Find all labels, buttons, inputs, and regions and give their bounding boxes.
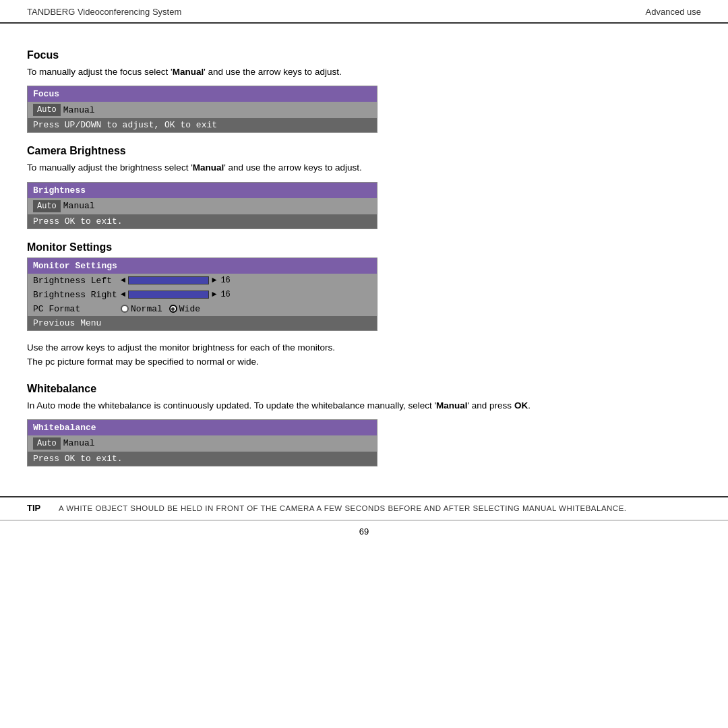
brightness-ui-title: Brightness	[28, 183, 377, 198]
main-content: Focus To manually adjust the focus selec…	[0, 24, 728, 489]
brightness-left-arrow-right[interactable]: ►	[212, 276, 216, 285]
monitor-note: Use the arrow keys to adjust the monitor…	[27, 340, 701, 369]
monitor-brightness-left-row: Brightness Left ◄ ► 16	[28, 274, 377, 288]
brightness-right-bar	[128, 291, 209, 299]
focus-ui-title: Focus	[28, 86, 377, 102]
pc-format-radio-group: Normal Wide	[121, 304, 200, 314]
page: TANDBERG Videoconferencing System Advanc…	[0, 0, 728, 728]
whitebalance-section: Whitebalance In Auto mode the whitebalan…	[27, 383, 701, 466]
tip-label: TIP	[27, 503, 51, 513]
brightness-right-label: Brightness Right	[33, 290, 121, 300]
brightness-right-arrow-left[interactable]: ◄	[121, 290, 125, 299]
whitebalance-auto-btn[interactable]: Auto	[33, 437, 61, 450]
focus-desc-pre: To manually adjust the focus select '	[27, 67, 173, 77]
wb-desc-pre: In Auto mode the whitebalance is continu…	[27, 400, 436, 411]
brightness-desc-bold: Manual	[193, 162, 224, 173]
brightness-desc-post: ' and use the arrow keys to adjust.	[224, 162, 361, 173]
brightness-heading: Camera Brightness	[27, 145, 701, 157]
brightness-right-arrow-right[interactable]: ►	[212, 290, 216, 299]
focus-auto-btn[interactable]: Auto	[33, 104, 61, 116]
radio-wide[interactable]: Wide	[169, 304, 200, 314]
focus-ui-row1: Auto Manual	[28, 102, 377, 118]
monitor-ui-box: Monitor Settings Brightness Left ◄ ► 16 …	[27, 257, 377, 331]
monitor-heading: Monitor Settings	[27, 241, 701, 253]
monitor-previous-menu-row[interactable]: Previous Menu	[28, 316, 377, 330]
radio-wide-label: Wide	[179, 304, 200, 314]
brightness-left-bar	[128, 276, 209, 284]
whitebalance-ui-row2: Press OK to exit.	[28, 452, 377, 466]
page-number: 69	[0, 520, 728, 542]
wb-desc-bold2: OK	[514, 400, 528, 411]
brightness-ui-row2: Press OK to exit.	[28, 214, 377, 229]
brightness-desc-pre: To manually adjust the brightness select…	[27, 162, 193, 173]
whitebalance-manual-btn[interactable]: Manual	[63, 438, 95, 448]
brightness-left-value: 16	[220, 276, 230, 285]
page-header: TANDBERG Videoconferencing System Advanc…	[0, 0, 728, 24]
focus-desc-post: ' and use the arrow keys to adjust.	[204, 67, 341, 77]
focus-desc-bold: Manual	[173, 67, 204, 77]
brightness-description: To manually adjust the brightness select…	[27, 161, 701, 175]
wb-desc-mid: ' and press	[468, 400, 514, 411]
brightness-left-label: Brightness Left	[33, 276, 121, 286]
wb-desc-bold: Manual	[436, 400, 468, 411]
monitor-section: Monitor Settings Monitor Settings Bright…	[27, 241, 701, 369]
brightness-manual-btn[interactable]: Manual	[63, 201, 95, 211]
whitebalance-ui-title: Whitebalance	[28, 420, 377, 435]
radio-wide-circle	[169, 305, 177, 313]
document-section: Advanced use	[646, 7, 701, 17]
radio-normal-circle	[121, 305, 129, 313]
radio-normal-label: Normal	[131, 304, 162, 314]
document-title: TANDBERG Videoconferencing System	[27, 7, 181, 17]
brightness-right-value: 16	[220, 290, 230, 299]
brightness-section: Camera Brightness To manually adjust the…	[27, 145, 701, 229]
monitor-note-line1: Use the arrow keys to adjust the monitor…	[27, 340, 701, 355]
focus-manual-btn[interactable]: Manual	[63, 105, 95, 115]
wb-desc-post: .	[528, 400, 530, 411]
radio-normal[interactable]: Normal	[121, 304, 162, 314]
monitor-brightness-right-row: Brightness Right ◄ ► 16	[28, 288, 377, 302]
whitebalance-description: In Auto mode the whitebalance is continu…	[27, 399, 701, 413]
brightness-right-slider[interactable]: ◄ ► 16	[121, 290, 231, 299]
focus-ui-box: Focus Auto Manual Press UP/DOWN to adjus…	[27, 86, 377, 133]
brightness-ui-box: Brightness Auto Manual Press OK to exit.	[27, 182, 377, 229]
focus-heading: Focus	[27, 49, 701, 61]
tip-section: TIP A white object should be held in fro…	[0, 496, 728, 520]
monitor-pc-format-row: PC Format Normal Wide	[28, 302, 377, 316]
previous-menu-label: Previous Menu	[33, 318, 101, 328]
monitor-ui-title: Monitor Settings	[28, 258, 377, 274]
monitor-note-line2: The pc picture format may be specified t…	[27, 355, 701, 369]
focus-ui-row2: Press UP/DOWN to adjust, OK to exit	[28, 118, 377, 132]
brightness-left-arrow-left[interactable]: ◄	[121, 276, 125, 285]
focus-section: Focus To manually adjust the focus selec…	[27, 49, 701, 133]
whitebalance-ui-box: Whitebalance Auto Manual Press OK to exi…	[27, 419, 377, 466]
brightness-left-slider[interactable]: ◄ ► 16	[121, 276, 231, 285]
whitebalance-heading: Whitebalance	[27, 383, 701, 395]
whitebalance-ui-row1: Auto Manual	[28, 435, 377, 452]
brightness-ui-row1: Auto Manual	[28, 198, 377, 214]
tip-text: A white object should be held in front o…	[59, 503, 627, 514]
pc-format-label: PC Format	[33, 304, 121, 314]
brightness-auto-btn[interactable]: Auto	[33, 200, 61, 212]
focus-description: To manually adjust the focus select 'Man…	[27, 65, 701, 79]
